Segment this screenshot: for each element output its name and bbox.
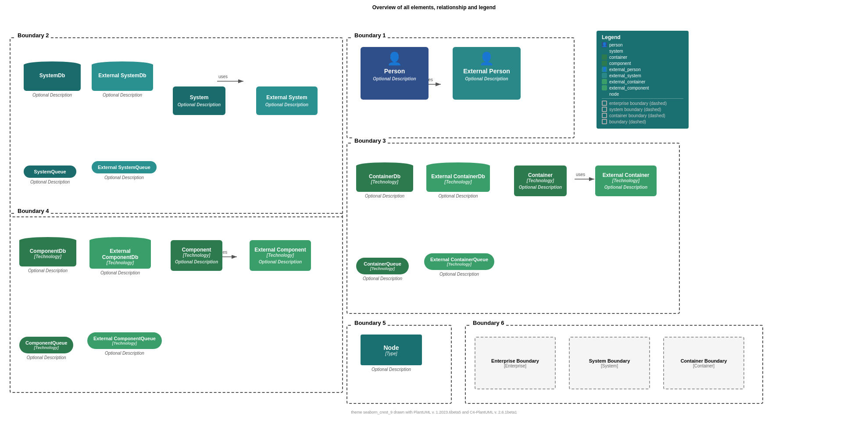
ext-container-queue-tech: [Technology] bbox=[447, 262, 472, 266]
boundary-3: Boundary 3 ContainerDb [Technology] Opti… bbox=[346, 143, 680, 314]
legend-person: 👤 person bbox=[602, 42, 683, 47]
legend-system: system bbox=[602, 48, 683, 54]
legend-boundary: boundary (dashed) bbox=[602, 119, 683, 124]
component-name: Component bbox=[182, 247, 211, 253]
enterprise-boundary-sub: [Enterprise] bbox=[504, 363, 526, 368]
node-type: [Type] bbox=[385, 351, 397, 356]
container-db-name: ContainerDb bbox=[360, 173, 410, 180]
component-queue-tech: [Technology] bbox=[34, 345, 59, 350]
ext-person-element: 👤 External Person Optional Description bbox=[453, 47, 521, 100]
ext-system-queue-desc: Optional Description bbox=[104, 175, 144, 180]
legend-swatch-person: 👤 bbox=[602, 42, 607, 47]
ext-component-desc: Optional Description bbox=[259, 259, 302, 264]
legend-ext-container: external_container bbox=[602, 79, 683, 84]
legend-label-cont-bound: container boundary (dashed) bbox=[609, 113, 665, 118]
container-desc: Optional Description bbox=[519, 185, 562, 190]
boundary-5: Boundary 5 Node [Type] Optional Descript… bbox=[346, 325, 452, 404]
container-boundary-element: Container Boundary [Container] bbox=[663, 337, 744, 389]
ext-container-queue-name: External ContainerQueue bbox=[430, 257, 488, 262]
ext-component-db-name: External ComponentDb bbox=[93, 248, 147, 260]
legend-node: node bbox=[602, 91, 683, 97]
legend-ext-system: external_system bbox=[602, 73, 683, 78]
ext-system-db: External SystemDb Optional Description bbox=[92, 65, 153, 97]
diagram-area: uses uses uses uses Boundary 2 SystemDb … bbox=[0, 13, 868, 417]
legend-enterprise-boundary: enterprise boundary (dashed) bbox=[602, 101, 683, 106]
ext-container-desc: Optional Description bbox=[604, 185, 647, 190]
component-queue-name: ComponentQueue bbox=[25, 340, 67, 345]
person-desc: Optional Description bbox=[373, 76, 416, 81]
legend-label-ext-person: external_person bbox=[609, 67, 641, 72]
system-box: System Optional Description bbox=[173, 86, 225, 115]
container-db-desc: Optional Description bbox=[365, 194, 404, 198]
boundary-1: Boundary 1 👤 Person Optional Description… bbox=[346, 37, 575, 138]
container-boundary-sub: [Container] bbox=[693, 363, 714, 368]
component-box: Component [Technology] Optional Descript… bbox=[171, 240, 222, 271]
legend-label-container: container bbox=[609, 55, 627, 60]
boundary-6: Boundary 6 Enterprise Boundary [Enterpri… bbox=[465, 325, 763, 404]
ext-container-tech: [Technology] bbox=[612, 178, 639, 183]
system-db: SystemDb Optional Description bbox=[24, 65, 81, 97]
legend-title: Legend bbox=[602, 34, 683, 40]
ext-system-desc: Optional Description bbox=[265, 102, 308, 107]
legend-label-ext-container: external_container bbox=[609, 79, 645, 84]
legend-swatch-sys-bound bbox=[602, 107, 607, 112]
legend-label-sys-bound: system boundary (dashed) bbox=[609, 107, 661, 112]
ext-container-queue: External ContainerQueue [Technology] Opt… bbox=[424, 253, 494, 277]
ext-person-name: External Person bbox=[463, 68, 510, 75]
legend-swatch-system bbox=[602, 48, 607, 54]
container-queue-tech: [Technology] bbox=[370, 266, 395, 271]
system-db-name: SystemDb bbox=[27, 72, 77, 79]
ext-container-name: External Container bbox=[603, 172, 650, 178]
legend-swatch-node bbox=[602, 91, 607, 97]
footer-text: theme seaborn_crest_9 drawn with PlantUM… bbox=[0, 410, 868, 414]
legend-swatch-ext-person: 👤 bbox=[602, 67, 607, 72]
system-queue-desc: Optional Description bbox=[30, 180, 70, 184]
ext-person-icon: 👤 bbox=[479, 51, 494, 66]
component-tech: [Technology] bbox=[183, 253, 210, 258]
boundary-4: Boundary 4 ComponentDb [Technology] Opti… bbox=[10, 213, 343, 393]
ext-system-db-name: External SystemDb bbox=[95, 72, 150, 79]
page-title: Overview of all elements, relationship a… bbox=[0, 0, 868, 13]
container-box: Container [Technology] Optional Descript… bbox=[514, 166, 567, 196]
boundary-2: Boundary 2 SystemDb Optional Description… bbox=[10, 37, 343, 217]
legend-swatch-component bbox=[602, 61, 607, 66]
legend-label-person: person bbox=[609, 43, 623, 47]
legend-swatch-enterprise bbox=[602, 101, 607, 106]
container-name: Container bbox=[528, 172, 553, 178]
container-queue: ContainerQueue [Technology] Optional Des… bbox=[356, 258, 409, 281]
ext-container-queue-desc: Optional Description bbox=[439, 272, 479, 277]
system-queue: SystemQueue Optional Description bbox=[24, 166, 76, 184]
legend-label-component: component bbox=[609, 61, 631, 66]
legend-container-boundary: container boundary (dashed) bbox=[602, 113, 683, 118]
person-icon: 👤 bbox=[387, 51, 402, 66]
container-tech: [Technology] bbox=[527, 178, 554, 183]
legend-container: container bbox=[602, 54, 683, 60]
system-boundary-name: System Boundary bbox=[589, 358, 630, 363]
component-queue-desc: Optional Description bbox=[27, 355, 66, 360]
ext-system-db-desc: Optional Description bbox=[103, 93, 142, 97]
legend-system-boundary: system boundary (dashed) bbox=[602, 107, 683, 112]
system-queue-name: SystemQueue bbox=[34, 169, 66, 174]
legend-box: Legend 👤 person system container compone… bbox=[597, 31, 689, 129]
component-db-name: ComponentDb bbox=[23, 248, 73, 254]
ext-container-box: External Container [Technology] Optional… bbox=[595, 166, 657, 196]
container-queue-desc: Optional Description bbox=[363, 276, 402, 281]
ext-person-desc: Optional Description bbox=[465, 76, 508, 81]
system-boundary-sub: [System] bbox=[601, 363, 618, 368]
ext-component-queue-name: External ComponentQueue bbox=[93, 336, 156, 341]
legend-swatch-bound bbox=[602, 119, 607, 124]
container-db-tech: [Technology] bbox=[360, 180, 410, 184]
ext-component-db-tech: [Technology] bbox=[93, 260, 147, 265]
ext-container-db: External ContainerDb [Technology] Option… bbox=[426, 166, 490, 198]
person-name: Person bbox=[384, 68, 405, 75]
boundary-4-label: Boundary 4 bbox=[16, 208, 51, 214]
boundary-2-label: Boundary 2 bbox=[16, 32, 51, 39]
legend-swatch-cont-bound bbox=[602, 113, 607, 118]
ext-component-db-desc: Optional Description bbox=[100, 270, 140, 275]
legend-label-system: system bbox=[609, 49, 623, 54]
ext-container-db-tech: [Technology] bbox=[430, 180, 486, 184]
component-db: ComponentDb [Technology] Optional Descri… bbox=[19, 240, 76, 273]
legend-label-ext-system: external_system bbox=[609, 73, 641, 78]
container-db: ContainerDb [Technology] Optional Descri… bbox=[356, 166, 413, 198]
legend-swatch-container bbox=[602, 54, 607, 60]
